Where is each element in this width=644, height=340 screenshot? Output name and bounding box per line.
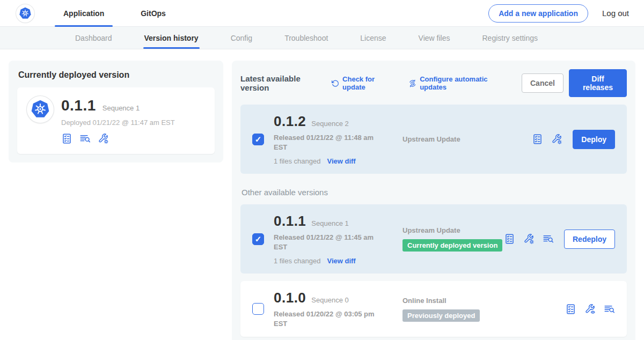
files-changed-label: 1 files changed (274, 157, 320, 165)
subtab-license[interactable]: License (360, 27, 386, 49)
currently-deployed-badge: Currently deployed version (402, 239, 502, 252)
version-source-label: Upstream Update (402, 135, 532, 143)
release-notes-icon[interactable] (532, 134, 543, 145)
released-timestamp: Released 01/21/22 @ 11:45 am EST (274, 233, 381, 252)
tab-gitops-label: GitOps (141, 9, 166, 18)
tab-gitops[interactable]: GitOps (132, 0, 174, 26)
version-checkbox-012[interactable] (252, 134, 264, 145)
cancel-button[interactable]: Cancel (522, 73, 564, 93)
release-notes-icon[interactable] (61, 133, 72, 144)
sequence-label: Sequence 1 (311, 219, 348, 227)
tab-application[interactable]: Application (55, 0, 113, 26)
subtab-registry-settings[interactable]: Registry settings (482, 27, 537, 49)
tab-application-label: Application (63, 9, 104, 18)
top-nav: Application GitOps Add a new application… (0, 0, 644, 27)
main-content: Currently deployed version 0.1.1 Sequenc… (0, 49, 644, 340)
deployed-version-number: 0.1.1 (61, 97, 96, 114)
view-diff-link[interactable]: View diff (327, 257, 355, 265)
view-config-icon[interactable] (584, 304, 596, 315)
version-card-011: 0.1.1 Sequence 1 Released 01/21/22 @ 11:… (240, 204, 627, 274)
other-versions-title: Other available versions (241, 188, 627, 197)
deployed-timestamp: Deployed 01/21/22 @ 11:47 am EST (61, 119, 175, 127)
subtab-config[interactable]: Config (231, 27, 252, 49)
version-number: 0.1.2 (274, 113, 306, 130)
clock-refresh-icon (408, 79, 416, 88)
view-diff-link[interactable]: View diff (327, 157, 355, 165)
version-number: 0.1.0 (274, 290, 306, 306)
latest-available-title: Latest available version (240, 74, 324, 92)
edit-config-icon[interactable] (523, 233, 535, 245)
add-application-button[interactable]: Add a new application (488, 4, 588, 23)
view-logs-icon[interactable] (543, 233, 554, 245)
diff-releases-button[interactable]: Diff releases (569, 69, 627, 97)
deployed-sequence-label: Sequence 1 (103, 104, 140, 112)
deployed-version-card: 0.1.1 Sequence 1 Deployed 01/21/22 @ 11:… (17, 87, 215, 154)
sub-nav: Dashboard Version history Config Trouble… (0, 27, 644, 49)
sequence-label: Sequence 0 (311, 296, 348, 304)
edit-config-icon[interactable] (551, 134, 562, 145)
sequence-label: Sequence 2 (311, 120, 348, 128)
view-logs-icon[interactable] (604, 304, 615, 315)
kubernetes-logo-icon (16, 4, 34, 23)
kubernetes-logo-icon (27, 96, 54, 123)
version-card-012: 0.1.2 Sequence 2 Released 01/21/22 @ 11:… (240, 105, 627, 174)
version-source-label: Online Install (402, 297, 565, 305)
deployed-panel-title: Currently deployed version (18, 70, 215, 80)
refresh-icon (331, 79, 339, 88)
available-versions-panel: Latest available version Check for updat… (232, 61, 635, 340)
release-notes-icon[interactable] (504, 233, 515, 245)
subtab-dashboard[interactable]: Dashboard (75, 27, 112, 49)
version-checkbox-010[interactable] (252, 303, 264, 315)
subtab-version-history[interactable]: Version history (144, 27, 199, 49)
previously-deployed-badge: Previously deployed (402, 309, 480, 322)
files-changed-label: 1 files changed (274, 257, 320, 265)
edit-config-icon[interactable] (98, 133, 109, 144)
version-checkbox-011[interactable] (252, 233, 264, 245)
released-timestamp: Released 01/20/22 @ 03:05 pm EST (274, 309, 381, 328)
main-tabs: Application GitOps (55, 0, 174, 26)
deployed-panel: Currently deployed version 0.1.1 Sequenc… (9, 61, 223, 162)
subtab-troubleshoot[interactable]: Troubleshoot (284, 27, 328, 49)
version-number: 0.1.1 (274, 213, 306, 230)
view-logs-icon[interactable] (79, 133, 91, 144)
check-for-update-link[interactable]: Check for update (331, 75, 394, 91)
released-timestamp: Released 01/21/22 @ 11:48 am EST (274, 133, 381, 152)
release-notes-icon[interactable] (565, 304, 576, 315)
version-card-010: 0.1.0 Sequence 0 Released 01/20/22 @ 03:… (240, 281, 627, 337)
subtab-view-files[interactable]: View files (419, 27, 450, 49)
logout-link[interactable]: Log out (602, 9, 629, 18)
deploy-button[interactable]: Deploy (573, 130, 615, 149)
redeploy-button[interactable]: Redeploy (564, 230, 615, 249)
version-source-label: Upstream Update (402, 226, 504, 234)
configure-automatic-updates-link[interactable]: Configure automatic updates (408, 75, 508, 91)
